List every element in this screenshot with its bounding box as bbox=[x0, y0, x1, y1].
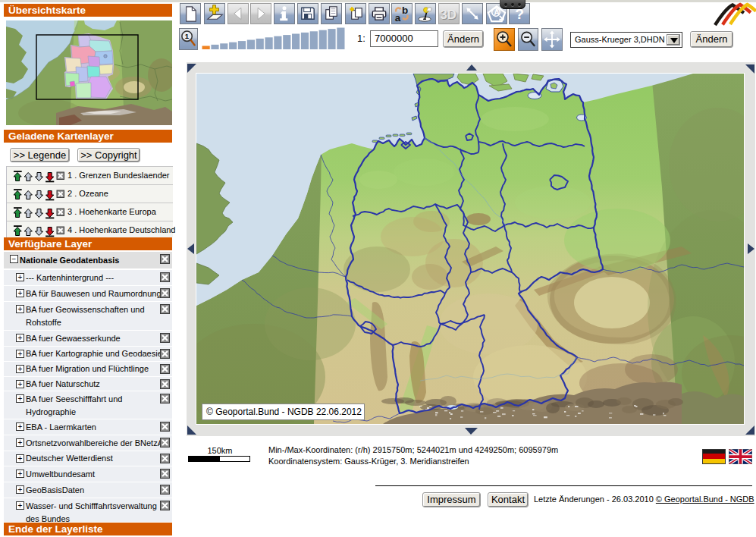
svg-text:b: b bbox=[402, 5, 408, 16]
svg-text:3D: 3D bbox=[440, 8, 456, 22]
svg-text:a: a bbox=[395, 12, 401, 24]
svg-text:A: A bbox=[494, 8, 500, 17]
